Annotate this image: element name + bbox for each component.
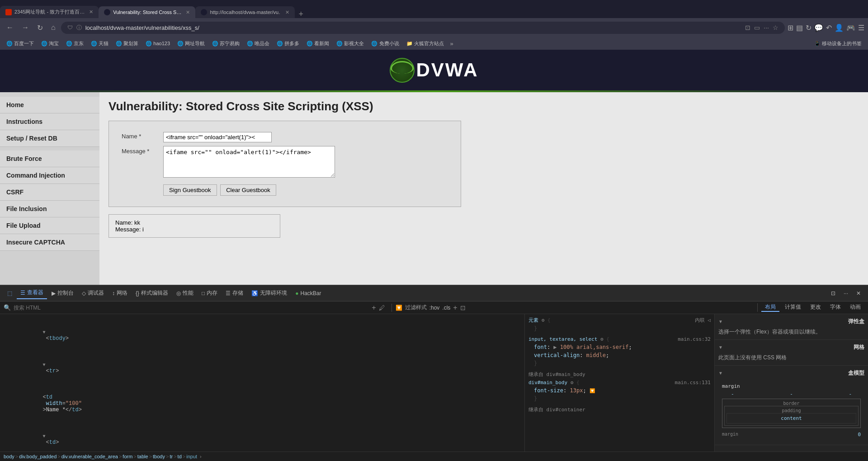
hamburger-icon[interactable]: ☰ — [858, 24, 864, 32]
changes-tab[interactable]: 更改 — [807, 303, 825, 312]
devtool-debugger-btn[interactable]: ◇ 调试器 — [78, 287, 108, 299]
bookmark-hao123[interactable]: 🌐 hao123 — [143, 40, 173, 47]
sign-guestbook-button[interactable]: Sign Guestbook — [163, 184, 217, 196]
bookmark-juhuasuan[interactable]: 🌐 聚划算 — [113, 39, 141, 48]
breadcrumb-body-padded[interactable]: div.body_padded — [19, 454, 57, 459]
grid-title[interactable]: 网格 — [718, 343, 864, 351]
devtool-inspector-btn[interactable]: ⬚ — [4, 288, 16, 298]
breadcrumb-td[interactable]: td — [178, 454, 182, 459]
bookmark-vip[interactable]: 🌐 唯品会 — [244, 39, 272, 48]
devtool-hackbar-btn[interactable]: ● HackBar — [292, 288, 325, 298]
bookmark-tianmao[interactable]: 🌐 天猫 — [88, 39, 111, 48]
mobile-bookmarks[interactable]: 📱 移动设备上的书签 — [811, 39, 864, 48]
computed-tab[interactable]: 计算值 — [781, 303, 805, 312]
bookmark-baidu[interactable]: 🌐 百度一下 — [4, 39, 37, 48]
sidebar-item-bruteforce[interactable]: Brute Force — [0, 151, 99, 167]
pip-icon[interactable]: ▭ — [754, 24, 760, 31]
cls-filter-btn[interactable]: .cls — [442, 305, 450, 311]
breadcrumb-body[interactable]: body — [4, 454, 14, 459]
devtool-network-btn[interactable]: ↕ 网络 — [108, 287, 131, 299]
flexbox-title[interactable]: 弹性盒 — [718, 318, 864, 325]
devtool-viewer-btn[interactable]: ☰ 查看器 — [17, 287, 47, 299]
devtool-more-btn[interactable]: ··· — [840, 288, 852, 298]
new-tab-button[interactable]: + — [295, 10, 307, 18]
devtool-storage-btn[interactable]: ☰ 存储 — [222, 287, 247, 299]
hover-filter-btn[interactable]: :hov — [429, 305, 440, 311]
name-input[interactable] — [163, 132, 272, 142]
expand-tbody[interactable]: ▼ — [42, 330, 45, 335]
more-icon[interactable]: ··· — [764, 24, 769, 31]
back-button[interactable]: ← — [4, 22, 16, 33]
tab-1-close[interactable]: ✕ — [89, 9, 93, 15]
html-line-td-open[interactable]: ▼ <td> — [0, 420, 524, 452]
sidebar-item-csrf[interactable]: CSRF — [0, 184, 99, 201]
forward-button[interactable]: → — [19, 22, 32, 33]
animation-tab[interactable]: 动画 — [846, 303, 864, 312]
breadcrumb-vuln-area[interactable]: div.vulnerable_code_area — [61, 454, 118, 459]
tab-3[interactable]: http://localhost/dvwa-master/vu… ✕ — [195, 6, 295, 18]
message-textarea[interactable] — [163, 146, 335, 178]
reader-icon[interactable]: ⊡ — [745, 24, 750, 31]
bookmark-pinduoduo[interactable]: 🌐 拼多多 — [274, 39, 302, 48]
bookmark-firefox[interactable]: 📁 火狐官方站点 — [404, 39, 447, 48]
reload-button[interactable]: ↻ — [34, 22, 46, 34]
expand-tr1[interactable]: ▼ — [42, 362, 45, 367]
bookmark-news[interactable]: 🌐 看新闻 — [304, 39, 332, 48]
tab-1[interactable]: 2345网址导航 - 致力于打造百… ✕ — [0, 6, 99, 18]
color-picker-icon[interactable]: 🖊 — [379, 304, 385, 311]
bookmark-video[interactable]: 🌐 影视大全 — [334, 39, 367, 48]
fonts-tab[interactable]: 字体 — [826, 303, 844, 312]
home-button[interactable]: ⌂ — [48, 22, 58, 33]
html-line-tr1[interactable]: ▼ <tr> — [0, 348, 524, 381]
profile-icon[interactable]: 👤 — [835, 24, 844, 32]
bookmark-novel[interactable]: 🌐 免费小说 — [368, 39, 401, 48]
bookmarks-more-icon[interactable]: » — [450, 40, 453, 47]
layout-tab[interactable]: 布局 — [761, 303, 779, 312]
tab-2[interactable]: Vulnerability: Stored Cross S… ✕ — [99, 6, 195, 18]
breadcrumb-form[interactable]: form — [123, 454, 132, 459]
breadcrumb-input[interactable]: input — [186, 454, 197, 459]
sidebar-icon[interactable]: ▤ — [796, 24, 803, 32]
add-rule-btn[interactable]: + — [453, 304, 457, 312]
tab-3-close[interactable]: ✕ — [285, 9, 289, 15]
tab-2-close[interactable]: ✕ — [186, 9, 190, 15]
breadcrumb-table[interactable]: table — [137, 454, 148, 459]
bookmark-taobao[interactable]: 🌐 淘宝 — [38, 39, 61, 48]
sidebar-item-home[interactable]: Home — [0, 97, 99, 113]
sidebar-item-instructions[interactable]: Instructions — [0, 113, 99, 130]
library-icon[interactable]: ⊞ — [788, 24, 793, 32]
devtool-accessibility-btn[interactable]: ♿ 无障碍环境 — [248, 287, 291, 299]
addon-icon[interactable]: 🎮 — [846, 24, 855, 32]
breadcrumb-tbody[interactable]: tbody — [153, 454, 165, 459]
devtool-memory-btn[interactable]: □ 内存 — [198, 287, 221, 299]
breadcrumb-tr[interactable]: tr — [170, 454, 173, 459]
html-line-td-name[interactable]: <td width="100" >Name *</td> — [0, 381, 524, 420]
html-line-tbody[interactable]: ▼ <tbody> — [0, 316, 524, 348]
devtool-style-editor-btn[interactable]: {} 样式编辑器 — [132, 287, 172, 299]
sidebar-item-file-upload[interactable]: File Upload — [0, 217, 99, 234]
bookmark-jd[interactable]: 🌐 京东 — [63, 39, 86, 48]
clear-guestbook-button[interactable]: Clear Guestbook — [220, 184, 276, 196]
boxmodel-title[interactable]: 盒模型 — [718, 369, 864, 377]
add-element-icon[interactable]: + — [372, 304, 376, 312]
chat-icon[interactable]: 💬 — [814, 24, 823, 32]
copy-rule-btn[interactable]: ⊡ — [460, 304, 466, 311]
expand-td[interactable]: ▼ — [42, 434, 45, 439]
url-text[interactable]: localhost/dvwa-master/vulnerabilities/xs… — [85, 24, 742, 31]
sidebar-item-setup[interactable]: Setup / Reset DB — [0, 130, 99, 147]
bookmark-wangzhi[interactable]: 🌐 网址导航 — [175, 39, 208, 48]
html-search-input[interactable] — [14, 305, 369, 311]
sidebar-item-file-inclusion[interactable]: File Inclusion — [0, 201, 99, 217]
sidebar-item-insecure-captcha[interactable]: Insecure CAPTCHA — [0, 234, 99, 251]
devtool-perf-btn[interactable]: ◎ 性能 — [173, 287, 197, 299]
devtool-responsive-btn[interactable]: ⊡ — [827, 288, 839, 298]
url-bar[interactable]: 🛡 ⓘ localhost/dvwa-master/vulnerabilitie… — [61, 22, 785, 34]
breadcrumb-more-icon[interactable]: › — [200, 454, 202, 459]
html-panel[interactable]: ▼ <tbody> ▼ <tr> <td width="100" >Name *… — [0, 314, 524, 452]
sync-icon[interactable]: ↻ — [806, 24, 811, 32]
history-icon[interactable]: ↶ — [826, 24, 832, 32]
devtool-console-btn[interactable]: ▶ 控制台 — [48, 287, 77, 299]
sidebar-item-command-injection[interactable]: Command Injection — [0, 167, 99, 184]
bookmark-star-icon[interactable]: ☆ — [773, 24, 778, 31]
bookmark-suning[interactable]: 🌐 苏宁易购 — [209, 39, 242, 48]
